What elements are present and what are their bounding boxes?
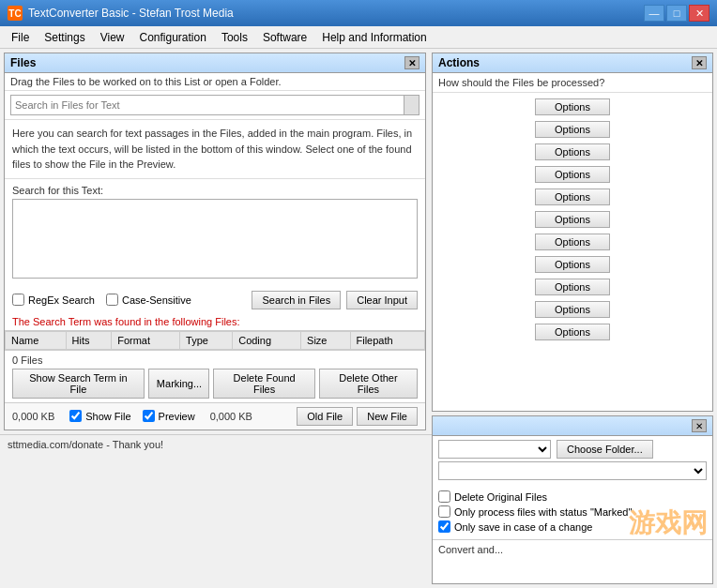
regex-search-label[interactable]: RegEx Search [12,294,95,306]
option-btn-6[interactable]: Options [535,234,610,250]
search-textarea[interactable] [12,199,418,279]
results-table: Name Hits Format Type Coding Size Filepa… [5,331,425,350]
option-btn-9[interactable]: Options [535,301,610,318]
show-file-label[interactable]: Show File [69,410,130,422]
clear-input-button[interactable]: Clear Input [346,291,418,309]
delete-original-label: Delete Original Files [454,491,547,503]
folder-row: Choose Folder... [438,440,707,459]
convert-bar: Convert and... [433,539,712,559]
delete-other-button[interactable]: Delete Other Files [319,369,418,399]
delete-original-checkbox[interactable] [438,490,450,503]
window-title: TextConverter Basic - Stefan Trost Media [28,7,644,20]
menu-view[interactable]: View [93,29,132,46]
options-row: RegEx Search Case-Sensitive Search in Fi… [5,287,425,313]
delete-original-row: Delete Original Files [438,490,707,503]
save-on-change-checkbox[interactable] [438,520,450,533]
file-count: 0 Files [12,354,418,366]
old-file-button[interactable]: Old File [297,407,353,426]
marking-button[interactable]: Marking... [148,369,209,399]
save-on-change-label: Only save in case of a change [454,521,592,533]
menu-file[interactable]: File [4,29,37,46]
files-panel-title: Files [10,56,36,69]
actions-panel-header: Actions ✕ [433,53,712,73]
menu-configuration[interactable]: Configuration [132,29,214,46]
search-scroll [404,96,419,114]
output-select[interactable] [438,461,707,480]
maximize-button[interactable]: □ [666,5,687,22]
option-btn-0[interactable]: Options [535,98,610,115]
case-sensitive-label[interactable]: Case-Sensitive [106,294,191,306]
menu-help[interactable]: Help and Information [314,29,434,46]
actions-bottom-close[interactable]: ✕ [692,419,707,432]
files-actions: Show Search Term in File Marking... Dele… [12,369,418,399]
drag-hint: Drag the Files to be worked on to this L… [5,73,425,91]
case-sensitive-checkbox[interactable] [106,294,118,306]
search-text-section: Search for this Text: [5,179,425,287]
delete-found-button[interactable]: Delete Found Files [213,369,315,399]
close-button[interactable]: ✕ [689,5,709,22]
col-size: Size [301,331,350,349]
actions-panel-close[interactable]: ✕ [692,56,707,69]
files-panel: Files ✕ Drag the Files to be worked on t… [4,53,426,430]
search-label: Search for this Text: [12,185,418,196]
right-panel-wrapper: Actions ✕ How should the Files be proces… [432,53,713,584]
show-file-text: Show File [85,411,130,422]
title-bar: TC TextConverter Basic - Stefan Trost Me… [0,0,717,26]
found-label: The Search Term was found in the followi… [5,313,425,330]
file-table: Name Hits Format Type Coding Size Filepa… [5,330,425,350]
convert-text: Convert and... [438,544,503,555]
option-btn-10[interactable]: Options [535,324,610,340]
preview-label[interactable]: Preview [143,410,195,422]
actions-panel-title: Actions [438,56,480,69]
process-marked-checkbox[interactable] [438,505,450,518]
preview-text: Preview [159,411,195,422]
option-btn-5[interactable]: Options [535,211,610,228]
show-file-checkbox[interactable] [69,410,82,422]
option-btn-2[interactable]: Options [535,143,610,160]
search-in-files-button[interactable]: Search in Files [252,291,341,309]
files-panel-header: Files ✕ [5,53,425,73]
process-marked-label: Only process files with status "Marked" [454,506,632,518]
files-bottom: 0 Files Show Search Term in File Marking… [5,350,425,402]
option-btn-3[interactable]: Options [535,166,610,183]
status-bar: sttmedia.com/donate - Thank you! [0,434,432,455]
files-panel-close[interactable]: ✕ [404,56,420,69]
menu-tools[interactable]: Tools [214,29,255,46]
search-box-area [5,91,425,120]
actions-description: How should the Files be processed? [433,73,712,93]
folder-select[interactable] [438,440,551,459]
option-btn-4[interactable]: Options [535,188,610,205]
col-filepath: Filepath [350,331,425,349]
menu-settings[interactable]: Settings [37,29,92,46]
regex-label-text: RegEx Search [28,294,95,306]
menu-software[interactable]: Software [255,29,314,46]
nav-buttons: Old File New File [297,407,418,426]
choose-folder-button[interactable]: Choose Folder... [557,440,653,459]
size-left: 0,000 KB [12,411,54,422]
window-controls: — □ ✕ [644,5,709,22]
info-text: Here you can search for text passages in… [5,120,425,179]
process-marked-row: Only process files with status "Marked" [438,505,707,518]
option-btn-7[interactable]: Options [535,256,610,273]
search-files-input[interactable] [11,98,404,113]
show-term-button[interactable]: Show Search Term in File [12,369,145,399]
app-icon: TC [8,6,23,21]
search-input-row [10,95,420,115]
minimize-button[interactable]: — [644,5,664,22]
col-format: Format [112,331,180,349]
new-file-button[interactable]: New File [357,407,418,426]
bottom-bar: 0,000 KB Show File Preview 0,000 KB [5,402,425,430]
actions-top-panel: Actions ✕ How should the Files be proces… [432,53,713,412]
show-preview-row: Show File Preview [69,410,194,422]
case-sensitive-text: Case-Sensitive [122,294,191,306]
option-btn-8[interactable]: Options [535,279,610,295]
search-btn-row: Search in Files Clear Input [252,291,418,309]
actions-bottom-panel: ✕ Choose Folder... Delete Original Files [432,415,713,584]
regex-checkbox[interactable] [12,294,24,306]
status-text: sttmedia.com/donate - Thank you! [8,439,163,450]
option-btn-1[interactable]: Options [535,121,610,138]
preview-checkbox[interactable] [143,410,155,422]
col-coding: Coding [233,331,301,349]
actions-bottom-header: ✕ [433,416,712,436]
menu-bar: File Settings View Configuration Tools S… [0,26,717,49]
